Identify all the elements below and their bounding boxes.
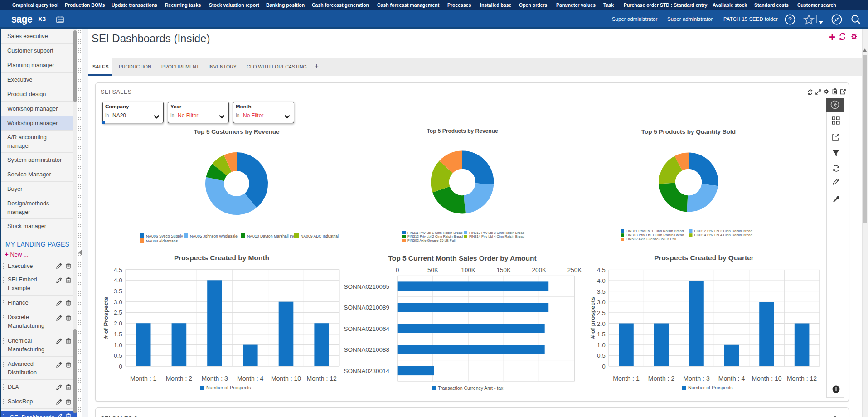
svg-text:1.0: 1.0 (114, 342, 122, 349)
svg-text:0: 0 (119, 363, 122, 370)
svg-text:Month : 12: Month : 12 (787, 375, 817, 382)
svg-text:3.0: 3.0 (114, 299, 122, 305)
svg-text:NA009 ABC Industrial: NA009 ABC Industrial (301, 234, 339, 238)
svg-text:SONNA0230014: SONNA0230014 (344, 368, 389, 374)
svg-text:Month : 2: Month : 2 (648, 375, 675, 382)
svg-text:Prospects Created by Quarter: Prospects Created by Quarter (654, 254, 754, 262)
svg-text:# of prospects: # of prospects (589, 297, 596, 339)
svg-text:NA006 Sysco Supply: NA006 Sysco Supply (146, 234, 183, 238)
svg-text:Month : 4: Month : 4 (718, 375, 745, 382)
svg-text:NA005 Johnson Wholesale: NA005 Johnson Wholesale (190, 234, 238, 238)
svg-text:Month : 10: Month : 10 (752, 375, 781, 382)
svg-text:Month : 12: Month : 12 (307, 375, 337, 382)
svg-text:FIN502 Axle Grease-35 LB Pail: FIN502 Axle Grease-35 LB Pail (626, 237, 676, 241)
svg-text:Number of Prospects: Number of Prospects (206, 385, 251, 390)
svg-text:Prospects Created by Month: Prospects Created by Month (174, 254, 269, 262)
svg-text:Top 5 Products by Revenue: Top 5 Products by Revenue (427, 128, 498, 134)
svg-text:0: 0 (396, 267, 399, 273)
svg-text:SONNA0210065: SONNA0210065 (344, 283, 389, 290)
svg-text:Transaction Currency Amt - tax: Transaction Currency Amt - tax (438, 385, 504, 391)
svg-text:SONNA0210064: SONNA0210064 (344, 325, 389, 332)
svg-text:4.5: 4.5 (597, 267, 606, 273)
svg-text:200K: 200K (532, 267, 547, 273)
svg-text:1.5: 1.5 (114, 331, 122, 338)
svg-text:FIN313 Priv Lbl 3 Cinn Raisin: FIN313 Priv Lbl 3 Cinn Raisin Bread (469, 231, 524, 235)
svg-text:Month : 3: Month : 3 (201, 375, 228, 382)
svg-text:Top 5 Current Month Sales Orde: Top 5 Current Month Sales Order by Amoun… (388, 254, 536, 262)
svg-text:150K: 150K (496, 267, 511, 273)
svg-text:FIN502 Axle Grease-35 LB Pail: FIN502 Axle Grease-35 LB Pail (407, 238, 456, 242)
svg-text:FIN314 Priv Lbl 4 Cinn Raisin: FIN314 Priv Lbl 4 Cinn Raisin Bread (469, 234, 524, 238)
svg-text:4.0: 4.0 (597, 277, 606, 284)
svg-text:0: 0 (602, 363, 606, 370)
svg-text:Number of Prospects: Number of Prospects (688, 385, 733, 390)
svg-text:SONNA0210089: SONNA0210089 (344, 304, 389, 311)
svg-text:FIN313 Priv Lbl 3 Cinn Raisin: FIN313 Priv Lbl 3 Cinn Raisin Bread (626, 233, 684, 237)
svg-text:2.5: 2.5 (597, 310, 606, 316)
svg-text:FIN312 Priv Lbl 2 Cinn Raisin: FIN312 Priv Lbl 2 Cinn Raisin Bread (407, 234, 463, 238)
svg-text:1.5: 1.5 (597, 331, 606, 338)
svg-text:Month : 3: Month : 3 (683, 375, 710, 382)
svg-text:3.5: 3.5 (597, 288, 606, 295)
svg-text:?: ? (788, 16, 792, 23)
svg-text:3.5: 3.5 (114, 288, 122, 295)
svg-text:Top 5 Customers by Revenue: Top 5 Customers by Revenue (194, 128, 280, 135)
svg-text:Month : 10: Month : 10 (271, 375, 301, 382)
svg-text:100K: 100K (461, 267, 475, 273)
svg-text:FIN311 Priv Lbl 1 Cinn Raisin: FIN311 Priv Lbl 1 Cinn Raisin Bread (626, 229, 684, 233)
svg-text:2.0: 2.0 (114, 320, 122, 327)
svg-text:1.0: 1.0 (597, 342, 606, 349)
svg-text:Month : 1: Month : 1 (130, 375, 157, 382)
svg-text:# of Prospects: # of Prospects (102, 296, 109, 339)
svg-text:2.5: 2.5 (114, 309, 122, 316)
svg-text:0.5: 0.5 (114, 352, 122, 359)
svg-text:Month : 2: Month : 2 (166, 375, 193, 382)
svg-text:NA008 Aldermans: NA008 Aldermans (146, 239, 178, 243)
svg-text:FIN314 Priv Lbl 4 Cinn Raisin: FIN314 Priv Lbl 4 Cinn Raisin Bread (694, 233, 753, 237)
svg-text:Month : 1: Month : 1 (613, 375, 640, 382)
svg-text:250K: 250K (567, 267, 582, 273)
svg-text:2.0: 2.0 (597, 320, 606, 327)
svg-text:Top 5 Products by Quantity Sol: Top 5 Products by Quantity Sold (641, 128, 736, 135)
svg-text:3.0: 3.0 (597, 299, 606, 305)
svg-text:FIN312 Priv Lbl 2 Cinn Raisin: FIN312 Priv Lbl 2 Cinn Raisin Bread (694, 229, 753, 233)
svg-text:NA010 Dayton Marshall Inc: NA010 Dayton Marshall Inc (247, 234, 295, 238)
svg-text:4.0: 4.0 (114, 277, 122, 284)
svg-text:FIN311 Priv Lbl 1 Cinn Raisin: FIN311 Priv Lbl 1 Cinn Raisin Bread (407, 231, 462, 235)
svg-text:Month : 4: Month : 4 (237, 375, 264, 382)
svg-text:50K: 50K (427, 267, 438, 273)
svg-text:SONNA0210088: SONNA0210088 (344, 346, 389, 353)
svg-text:4.5: 4.5 (114, 267, 122, 273)
svg-text:0.5: 0.5 (597, 352, 606, 359)
